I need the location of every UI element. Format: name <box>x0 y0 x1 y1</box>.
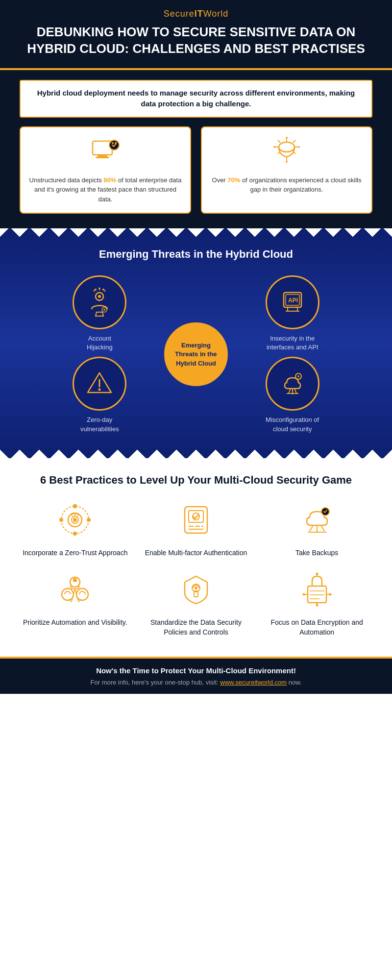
bp-item-encryption: Focus on Data Encryption and Automation <box>261 572 372 637</box>
threat-circle-3 <box>73 357 126 411</box>
svg-point-3 <box>109 140 119 150</box>
footer-cta: Now's the Time to Protect Your Multi-Clo… <box>15 666 377 675</box>
svg-point-24 <box>95 289 97 291</box>
stat1-highlight: 80% <box>103 176 116 184</box>
svg-point-80 <box>316 573 318 575</box>
svg-rect-72 <box>308 586 326 603</box>
svg-point-18 <box>298 146 300 148</box>
threat-label-4: Misconfiguration ofcloud security <box>266 416 319 433</box>
bp-item-mfa: Enable Multi-factor Authentication <box>141 503 252 558</box>
bp-label-3: Take Backups <box>295 548 338 558</box>
threat-item-misconfig: Misconfiguration ofcloud security <box>246 357 338 433</box>
stat-card-2: Over 70% of organizations experienced a … <box>201 126 372 214</box>
svg-point-6 <box>279 142 294 152</box>
bp-label-1: Incorporate a Zero-Trust Approach <box>23 548 127 558</box>
svg-point-51 <box>73 532 77 536</box>
svg-rect-1 <box>98 155 107 157</box>
footer-info-end: now. <box>287 679 301 686</box>
intro-tagline: Hybrid cloud deployment needs to manage … <box>30 88 362 110</box>
svg-line-11 <box>278 140 280 143</box>
intro-section: Hybrid cloud deployment needs to manage … <box>0 70 392 229</box>
svg-point-26 <box>98 288 100 289</box>
threats-diagram: AccountHijacking Emerging Threats in the… <box>54 275 338 434</box>
svg-rect-54 <box>189 511 203 522</box>
footer-info: For more info, here's your one-stop hub,… <box>15 679 377 686</box>
svg-point-5 <box>115 142 117 144</box>
svg-point-83 <box>329 593 331 596</box>
stat1-icon <box>27 136 183 171</box>
threat-circle-1 <box>73 275 126 329</box>
svg-line-39 <box>294 389 296 393</box>
threat-label-2: Insecurity in theinterfaces and API <box>267 334 318 352</box>
svg-point-37 <box>98 389 101 391</box>
svg-point-49 <box>73 504 77 508</box>
intro-tagline-box: Hybrid cloud deployment needs to manage … <box>20 80 372 118</box>
svg-point-82 <box>302 593 305 596</box>
bp-icon-mfa <box>179 503 213 542</box>
svg-point-66 <box>76 588 88 600</box>
threat-item-zeroday: Zero-dayvulnerabilities <box>54 357 146 433</box>
threat-item-account-hijacking: AccountHijacking <box>54 275 146 352</box>
bp-label-2: Enable Multi-factor Authentication <box>145 548 247 558</box>
svg-point-52 <box>59 518 63 522</box>
bp-label-5: Standardize the Data Security Policies a… <box>141 618 252 637</box>
svg-point-48 <box>73 518 77 522</box>
brand-part3: World <box>203 9 229 19</box>
svg-line-60 <box>310 525 313 531</box>
footer-info-text: For more info, here's your one-stop hub,… <box>91 679 220 686</box>
stat2-highlight: 70% <box>227 176 240 184</box>
svg-point-81 <box>316 604 318 607</box>
svg-point-50 <box>87 518 91 522</box>
stat2-text: Over 70% of organizations experienced a … <box>209 175 365 195</box>
svg-line-23 <box>104 290 105 292</box>
header: SecureITWorld DEBUNKING HOW TO SECURE SE… <box>0 0 392 68</box>
best-practices-section: 6 Best Practices to Level Up Your Multi-… <box>0 458 392 657</box>
svg-point-4 <box>112 142 114 144</box>
brand-part1: Secure <box>164 9 195 19</box>
main-title: DEBUNKING HOW TO SECURE SENSITIVE DATA O… <box>20 24 372 57</box>
svg-point-16 <box>286 161 288 163</box>
svg-point-25 <box>102 289 104 291</box>
bp-icon-backups <box>300 503 334 542</box>
stats-row: Unstructured data depicts 80% of total e… <box>20 126 372 214</box>
svg-point-68 <box>73 578 77 582</box>
brand-part2: IT <box>195 9 203 19</box>
bp-item-automation: Prioritize Automation and Visibility. <box>20 572 131 637</box>
threats-title: Emerging Threats in the Hybrid Cloud <box>15 248 377 261</box>
bp-section-title: 6 Best Practices to Level Up Your Multi-… <box>20 473 372 488</box>
bp-icon-policies <box>179 572 213 612</box>
footer-link-text[interactable]: www.secureitworld.com <box>220 679 287 686</box>
svg-point-71 <box>195 587 197 589</box>
bp-item-policies: Standardize the Data Security Policies a… <box>141 572 252 637</box>
svg-point-20 <box>98 295 101 298</box>
svg-line-12 <box>293 140 295 143</box>
bp-item-backups: Take Backups <box>261 503 372 558</box>
svg-point-17 <box>273 146 275 148</box>
svg-point-65 <box>62 588 74 600</box>
footer: Now's the Time to Protect Your Multi-Clo… <box>0 659 392 694</box>
svg-text:API: API <box>288 297 298 304</box>
bp-icon-encryption <box>300 572 334 612</box>
svg-line-62 <box>321 525 324 531</box>
svg-rect-2 <box>96 157 109 158</box>
stat-card-1: Unstructured data depicts 80% of total e… <box>20 126 191 214</box>
threats-section: Emerging Threats in the Hybrid Cloud <box>0 228 392 458</box>
bp-icon-automation <box>58 572 92 612</box>
bp-label-6: Focus on Data Encryption and Automation <box>261 618 372 637</box>
threat-circle-2: API <box>266 275 319 329</box>
svg-line-22 <box>94 290 95 292</box>
stat2-icon <box>209 136 365 171</box>
threat-label-3: Zero-dayvulnerabilities <box>80 416 119 433</box>
threats-center-circle: Emerging Threats in the Hybrid Cloud <box>164 322 228 386</box>
threat-item-api: API Insecurity in theinterfaces and API <box>246 275 338 352</box>
stat1-text: Unstructured data depicts 80% of total e… <box>27 175 183 204</box>
threat-circle-4 <box>266 357 319 411</box>
svg-point-15 <box>286 137 288 139</box>
bp-item-zero-trust: Incorporate a Zero-Trust Approach <box>20 503 131 558</box>
bp-label-4: Prioritize Automation and Visibility. <box>23 618 127 628</box>
brand-name: SecureITWorld <box>20 9 372 19</box>
bp-icon-zero-trust <box>58 503 92 542</box>
threat-label-1: AccountHijacking <box>87 334 113 352</box>
bp-grid: Incorporate a Zero-Trust Approach Enable… <box>20 503 372 637</box>
svg-line-38 <box>289 389 291 393</box>
